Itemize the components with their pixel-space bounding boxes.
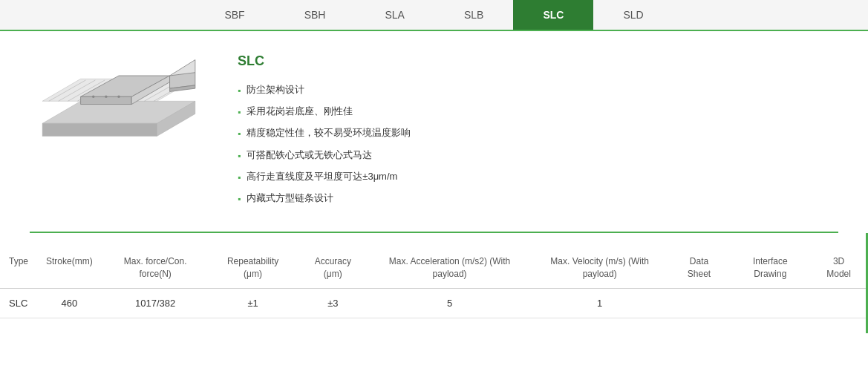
col-header-max_velocity: Max. Velocity (m/s) (With payload)	[530, 248, 670, 288]
tab-slb[interactable]: SLB	[434, 0, 513, 30]
svg-point-23	[105, 96, 107, 98]
col-header-type: Type	[0, 248, 37, 288]
feature-item: 采用花岗岩底座、刚性佳	[238, 101, 838, 122]
feature-list: 防尘架构设计采用花岗岩底座、刚性佳精度稳定性佳，较不易受环境温度影响可搭配铁心式…	[238, 79, 838, 209]
col-header-interface_drawing: Interface Drawing	[729, 248, 812, 288]
col-header-max_acceleration: Max. Acceleration (m/s2) (With payload)	[369, 248, 530, 288]
feature-item: 内藏式方型链条设计	[238, 188, 838, 209]
tab-bar: SBFSBHSLASLBSLCSLD	[0, 0, 868, 31]
feature-item: 可搭配铁心式或无铁心式马达	[238, 145, 838, 166]
col-header-model_3d: 3D Model	[812, 248, 866, 288]
cell-model_3d	[812, 288, 866, 318]
svg-point-22	[92, 96, 94, 98]
col-header-stroke: Stroke(mm)	[37, 248, 102, 288]
feature-item: 精度稳定性佳，较不易受环境温度影响	[238, 122, 838, 144]
product-title: SLC	[238, 53, 838, 69]
cell-repeatability: ±1	[209, 288, 297, 318]
cell-max_velocity: 1	[530, 288, 670, 318]
col-header-data_sheet: Data Sheet	[669, 248, 728, 288]
cell-interface_drawing	[729, 288, 812, 318]
tab-slc[interactable]: SLC	[513, 0, 593, 30]
col-header-accuracy: Accuracy (μm)	[296, 248, 369, 288]
col-header-repeatability: Repeatability (μm)	[209, 248, 297, 288]
cell-accuracy: ±3	[296, 288, 369, 318]
feature-item: 防尘架构设计	[238, 79, 838, 101]
product-section: SLC 防尘架构设计采用花岗岩底座、刚性佳精度稳定性佳，较不易受环境温度影响可搭…	[0, 31, 868, 232]
product-image	[30, 53, 208, 157]
tab-sbf[interactable]: SBF	[195, 0, 274, 30]
svg-marker-1	[42, 123, 157, 136]
specs-table: TypeStroke(mm)Max. force/Con. force(N)Re…	[0, 248, 866, 318]
table-row: SLC4601017/382±1±351	[0, 288, 866, 318]
cell-data_sheet	[669, 288, 728, 318]
cell-stroke: 460	[37, 288, 102, 318]
tab-sla[interactable]: SLA	[355, 0, 434, 30]
product-info: SLC 防尘架构设计采用花岗岩底座、刚性佳精度稳定性佳，较不易受环境温度影响可搭…	[238, 53, 838, 209]
cell-max_force: 1017/382	[102, 288, 209, 318]
cell-type: SLC	[0, 288, 37, 318]
col-header-max_force: Max. force/Con. force(N)	[102, 248, 209, 288]
tab-sld[interactable]: SLD	[593, 0, 673, 30]
table-section: TypeStroke(mm)Max. force/Con. force(N)Re…	[0, 233, 868, 333]
feature-item: 高行走直线度及平坦度可达±3μm/m	[238, 166, 838, 188]
svg-point-24	[117, 96, 120, 98]
cell-max_acceleration: 5	[369, 288, 530, 318]
tab-sbh[interactable]: SBH	[275, 0, 356, 30]
